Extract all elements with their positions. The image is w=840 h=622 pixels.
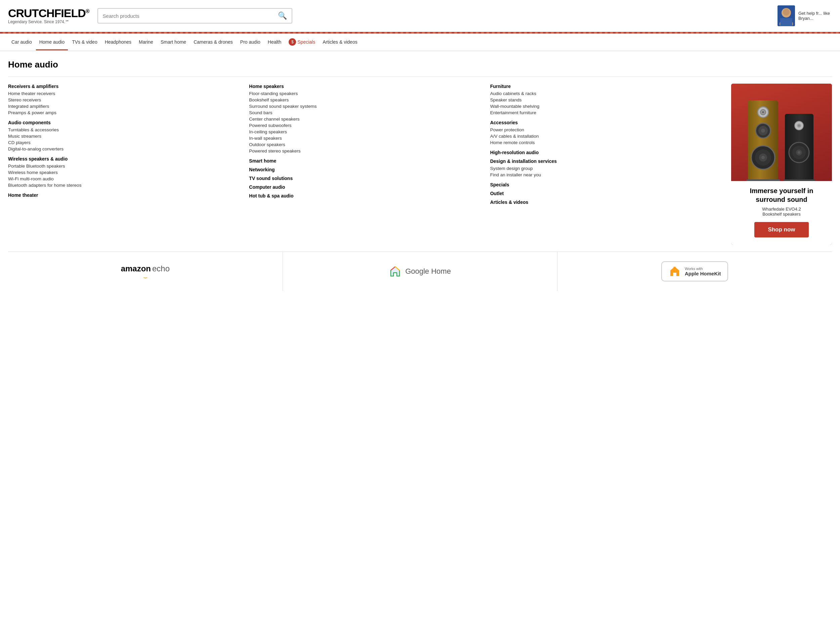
link-preamps[interactable]: Preamps & power amps (8, 110, 242, 116)
apple-homekit-badge: Works with Apple HomeKit (661, 261, 729, 282)
link-av-cables[interactable]: A/V cables & installation (490, 133, 724, 139)
menu-section-outlet: Outlet (490, 191, 724, 196)
nav-item-articles[interactable]: Articles & videos (319, 35, 360, 49)
speakers-svg (745, 90, 819, 181)
link-powered-subwoofers[interactable]: Powered subwoofers (249, 122, 483, 129)
works-with-text: Works with (685, 267, 721, 271)
avatar (777, 5, 795, 26)
shop-now-button[interactable]: Shop now (754, 222, 808, 238)
link-power-protection[interactable]: Power protection (490, 127, 724, 133)
link-sound-bars[interactable]: Sound bars (249, 110, 483, 116)
menu-section-high-res-audio: High-resolution audio (490, 150, 724, 155)
section-title-wireless-speakers[interactable]: Wireless speakers & audio (8, 156, 242, 162)
menu-section-accessories: Accessories Power protection A/V cables … (490, 120, 724, 146)
link-bookshelf[interactable]: Bookshelf speakers (249, 97, 483, 103)
link-entertainment-furniture[interactable]: Entertainment furniture (490, 110, 724, 116)
mega-menu: Receivers & amplifiers Home theater rece… (8, 76, 832, 245)
link-bluetooth-adapters[interactable]: Bluetooth adapters for home stereos (8, 182, 242, 188)
section-title-home-speakers[interactable]: Home speakers (249, 84, 483, 89)
section-title-accessories[interactable]: Accessories (490, 120, 724, 125)
svg-point-9 (762, 111, 764, 113)
link-wall-shelving[interactable]: Wall-mountable shelving (490, 103, 724, 110)
nav-bar: Car audio Home audio TVs & video Headpho… (0, 34, 840, 51)
section-title-outlet[interactable]: Outlet (490, 191, 724, 196)
section-title-tv-sound[interactable]: TV sound solutions (249, 176, 483, 181)
link-wireless-home-speakers[interactable]: Wireless home speakers (8, 169, 242, 176)
nav-item-home-audio[interactable]: Home audio (36, 35, 68, 50)
nav-item-car-audio[interactable]: Car audio (8, 35, 35, 49)
section-title-design-install[interactable]: Design & installation services (490, 159, 724, 164)
section-title-articles-videos[interactable]: Articles & videos (490, 200, 724, 205)
link-stereo-receivers[interactable]: Stereo receivers (8, 97, 242, 103)
section-title-specials[interactable]: Specials (490, 182, 724, 188)
search-bar: 🔍 (98, 8, 292, 23)
link-system-design[interactable]: System design group (490, 165, 724, 172)
link-powered-stereo[interactable]: Powered stereo speakers (249, 148, 483, 154)
menu-col-1: Receivers & amplifiers Home theater rece… (8, 84, 249, 245)
svg-point-3 (783, 9, 790, 15)
section-title-computer-audio[interactable]: Computer audio (249, 184, 483, 190)
link-center-channel[interactable]: Center channel speakers (249, 116, 483, 122)
section-title-furniture[interactable]: Furniture (490, 84, 724, 89)
svg-rect-17 (746, 179, 780, 181)
nav-item-headphones[interactable]: Headphones (101, 35, 135, 49)
bottom-logos-bar: amazon echo ⌣ Google Home (8, 252, 832, 291)
link-integrated-amplifiers[interactable]: Integrated amplifiers (8, 103, 242, 110)
promo-headline: Immerse yourself in surround sound (736, 186, 826, 204)
menu-section-wireless-speakers: Wireless speakers & audio Portable Bluet… (8, 156, 242, 188)
link-audio-cabinets[interactable]: Audio cabinets & racks (490, 90, 724, 97)
nav-item-marine[interactable]: Marine (135, 35, 157, 49)
link-music-streamers[interactable]: Music streamers (8, 133, 242, 139)
amazon-text: amazon (121, 264, 151, 273)
menu-section-audio-components: Audio components Turntables & accessorie… (8, 120, 242, 152)
svg-point-12 (761, 129, 765, 133)
svg-point-26 (798, 151, 800, 154)
menu-section-specials: Specials (490, 182, 724, 188)
section-title-audio-components[interactable]: Audio components (8, 120, 242, 125)
nav-item-cameras[interactable]: Cameras & drones (190, 35, 236, 49)
link-home-theater-receivers[interactable]: Home theater receivers (8, 90, 242, 97)
link-speaker-stands[interactable]: Speaker stands (490, 97, 724, 103)
menu-section-furniture: Furniture Audio cabinets & racks Speaker… (490, 84, 724, 116)
search-button[interactable]: 🔍 (278, 11, 287, 20)
amazon-echo-logo: amazon echo ⌣ (8, 252, 283, 291)
link-cd-players[interactable]: CD players (8, 139, 242, 146)
nav-item-pro-audio[interactable]: Pro audio (237, 35, 264, 49)
link-surround-sound[interactable]: Surround sound speaker systems (249, 103, 483, 110)
nav-item-specials[interactable]: $ Specials (285, 34, 319, 50)
nav-item-tvs-video[interactable]: TVs & video (69, 35, 101, 49)
logo[interactable]: CRUTCHFIELD® (8, 8, 89, 19)
section-title-high-res-audio[interactable]: High-resolution audio (490, 150, 724, 155)
menu-section-hot-tub: Hot tub & spa audio (249, 193, 483, 198)
link-floorstanding[interactable]: Floor-standing speakers (249, 90, 483, 97)
section-title-hot-tub[interactable]: Hot tub & spa audio (249, 193, 483, 198)
section-title-networking[interactable]: Networking (249, 167, 483, 172)
menu-section-home-theater: Home theater (8, 192, 242, 198)
search-input[interactable] (103, 13, 278, 19)
section-title-smart-home[interactable]: Smart home (249, 158, 483, 163)
promo-text-area: Immerse yourself in surround sound Wharf… (731, 181, 832, 245)
promo-sub1: Wharfedale EVO4.2 (736, 207, 826, 212)
promo-speaker-area (731, 84, 832, 181)
menu-col-2: Home speakers Floor-standing speakers Bo… (249, 84, 490, 245)
link-in-wall[interactable]: In-wall speakers (249, 135, 483, 142)
link-dac[interactable]: Digital-to-analog converters (8, 146, 242, 152)
menu-section-computer-audio: Computer audio (249, 184, 483, 190)
link-find-installer[interactable]: Find an installer near you (490, 172, 724, 178)
link-remote-controls[interactable]: Home remote controls (490, 139, 724, 146)
section-title-receivers[interactable]: Receivers & amplifiers (8, 84, 242, 89)
help-area: Get help fr... like Bryan... (777, 5, 832, 26)
svg-point-16 (761, 156, 765, 159)
nav-item-health[interactable]: Health (264, 35, 285, 49)
svg-rect-4 (780, 18, 792, 26)
link-wifi-multiroom[interactable]: Wi-Fi multi-room audio (8, 176, 242, 182)
link-turntables[interactable]: Turntables & accessories (8, 127, 242, 133)
apple-home-icon (669, 265, 681, 277)
main-content: Home audio Receivers & amplifiers Home t… (0, 51, 840, 291)
nav-item-smart-home[interactable]: Smart home (157, 35, 189, 49)
link-outdoor[interactable]: Outdoor speakers (249, 142, 483, 148)
link-in-ceiling[interactable]: In-ceiling speakers (249, 129, 483, 135)
link-portable-bluetooth[interactable]: Portable Bluetooth speakers (8, 163, 242, 169)
section-title-home-theater[interactable]: Home theater (8, 192, 242, 198)
specials-icon: $ (289, 38, 296, 46)
